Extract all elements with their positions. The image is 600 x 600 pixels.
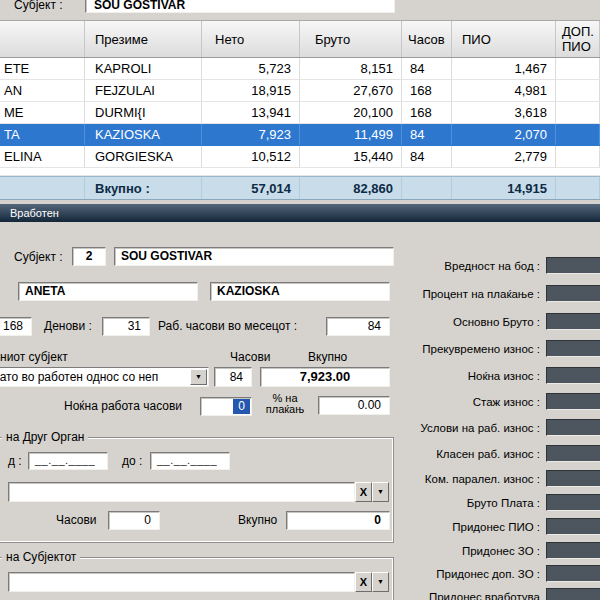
field-label-osnovno-bruto: Основно Бруто :: [348, 316, 540, 329]
cell-pio: 2,070: [452, 124, 556, 145]
cell-dop: [556, 58, 600, 79]
cell-name: ETE: [0, 58, 85, 79]
panel-title: Вработен: [10, 207, 59, 219]
value-field[interactable]: [546, 313, 600, 330]
table-row[interactable]: AN FEJZULAI 18,915 27,670 168 4,981: [0, 80, 600, 102]
subject-group-label: на Субјектот: [2, 551, 80, 564]
field-label-staz: Стаж износ :: [348, 396, 540, 409]
other-hours-field[interactable]: 0: [108, 511, 160, 530]
value-field[interactable]: [546, 419, 600, 436]
header-neto[interactable]: Нето: [202, 21, 300, 57]
cell-surname: GORGIESKA: [85, 146, 202, 167]
value-field[interactable]: [546, 565, 600, 582]
cell-surname: FEJZULAI: [85, 80, 202, 101]
header-dop-pio[interactable]: ДОП. ПИО: [556, 21, 600, 57]
days-field[interactable]: 31: [102, 317, 150, 336]
cell-neto: 18,915: [202, 80, 300, 101]
cell-dop: [556, 146, 600, 167]
total-label: Вкупно :: [85, 177, 202, 199]
header-pio[interactable]: ПИО: [452, 21, 556, 57]
total-hours: [402, 177, 452, 199]
cell-name: TA: [0, 124, 85, 145]
payment-percent-label: % на плаќањ: [256, 393, 314, 415]
other-organ-combobox[interactable]: [8, 482, 355, 502]
cell-hours: 84: [402, 146, 452, 167]
field-label-bruto-plata: Бруто Плата :: [348, 497, 540, 510]
cell-pio: 3,618: [452, 102, 556, 123]
value-field[interactable]: [546, 445, 600, 462]
total-hours-field[interactable]: 168: [0, 317, 32, 336]
relation-hours-field[interactable]: 84: [214, 367, 252, 387]
field-label-pridones-dop-zo: Придонес доп. ЗО :: [348, 568, 540, 581]
header-hours[interactable]: Часов: [402, 21, 452, 57]
table-header: Презиме Нето Бруто Часов ПИО ДОП. ПИО: [0, 20, 600, 58]
table-row[interactable]: ME DURMI{I 13,941 20,100 168 3,618: [0, 102, 600, 124]
cell-neto: 7,923: [202, 124, 300, 145]
cell-pio: 4,981: [452, 80, 556, 101]
other-hours-label: Часови: [56, 514, 97, 527]
table-row[interactable]: ELINA GORGIESKA 10,512 15,440 84 2,779: [0, 146, 600, 168]
table-row[interactable]: ETE KAPROLI 5,723 8,151 84 1,467: [0, 58, 600, 80]
chevron-glyph: ▼: [195, 373, 202, 381]
total-empty: [0, 177, 85, 199]
employee-panel-titlebar: Вработен: [0, 204, 600, 222]
subject-combobox[interactable]: [8, 572, 355, 592]
cell-bruto: 20,100: [300, 102, 402, 123]
subject-label: Субјект :: [14, 0, 63, 12]
field-label-pridones-vrabotuvanje: Придонес вработува: [348, 591, 540, 600]
night-hours-input[interactable]: 0: [200, 397, 252, 416]
header-dop-line1: ДОП.: [562, 24, 594, 39]
table-total-row: Вкупно : 57,014 82,860 14,915: [0, 176, 600, 200]
header-name[interactable]: [0, 21, 85, 57]
field-label-pridones-zo: Придонес ЗО :: [348, 545, 540, 558]
cell-surname: DURMI{I: [85, 102, 202, 123]
field-label-prekuvremeno: Прекувремено износ :: [348, 343, 540, 356]
header-bruto[interactable]: Бруто: [300, 21, 402, 57]
date-to-label: до :: [122, 455, 142, 468]
value-field[interactable]: [546, 494, 600, 511]
value-field[interactable]: [546, 340, 600, 357]
employment-relation-combobox[interactable]: нато во работен однос со неп ▼: [0, 367, 209, 387]
value-field[interactable]: [546, 542, 600, 559]
cell-name: AN: [0, 80, 85, 101]
date-from-input[interactable]: __.__.____: [28, 452, 108, 470]
value-field[interactable]: [546, 588, 600, 600]
subject-value-field[interactable]: SOU GOSTIVAR: [85, 0, 395, 13]
cell-hours: 168: [402, 80, 452, 101]
month-hours-label: Раб. часови во месецот :: [158, 320, 297, 333]
combobox-value: нато во работен однос со неп: [0, 370, 190, 384]
close-icon: X: [360, 487, 367, 498]
total-neto: 57,014: [202, 177, 300, 199]
cell-hours: 168: [402, 102, 452, 123]
cell-bruto: 8,151: [300, 58, 402, 79]
total-pio: 14,915: [452, 177, 556, 199]
field-label-vrednost: Вредност на бод :: [348, 260, 540, 273]
header-surname[interactable]: Презиме: [85, 21, 202, 57]
field-label-procent: Процент на плаќање :: [348, 288, 540, 301]
cell-surname: KAPROLI: [85, 58, 202, 79]
other-total-label: Вкупно: [238, 514, 277, 527]
value-field[interactable]: [546, 470, 600, 487]
other-organ-group-label: на Друг Орган: [2, 431, 88, 444]
value-field[interactable]: [546, 367, 600, 384]
cell-dop: [556, 102, 600, 123]
subject-code-field[interactable]: 2: [72, 247, 106, 266]
total-bruto: 82,860: [300, 177, 402, 199]
value-field[interactable]: [546, 393, 600, 410]
payroll-app-window: Субјект : SOU GOSTIVAR Презиме Нето Брут…: [0, 0, 600, 600]
chevron-glyph: ▼: [377, 488, 384, 496]
cell-name: ME: [0, 102, 85, 123]
date-to-input[interactable]: __.__.____: [150, 452, 230, 470]
table-empty-row: [0, 168, 600, 176]
table-row-selected[interactable]: TA KAZIOSKA 7,923 11,499 84 2,070: [0, 124, 600, 146]
chevron-down-icon[interactable]: ▼: [190, 369, 207, 385]
cell-neto: 13,941: [202, 102, 300, 123]
first-name-field[interactable]: ANETA: [18, 282, 198, 301]
cell-hours: 84: [402, 124, 452, 145]
value-field[interactable]: [546, 257, 600, 274]
subject-label: Субјект :: [14, 251, 63, 264]
value-field[interactable]: [546, 518, 600, 535]
header-dop-line2: ПИО: [562, 39, 591, 54]
value-field[interactable]: [546, 285, 600, 302]
total-column-header: Вкупно: [308, 351, 347, 364]
